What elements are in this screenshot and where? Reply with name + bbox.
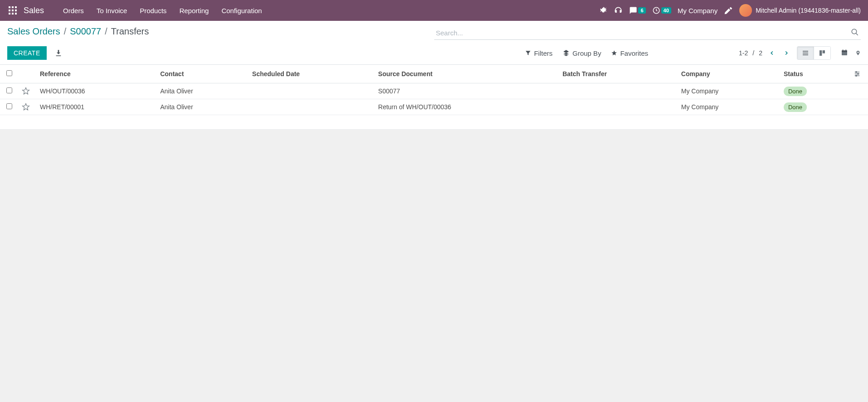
- row-checkbox-cell: [0, 83, 18, 99]
- nav-to-invoice[interactable]: To Invoice: [90, 0, 134, 21]
- cell-status: Done: [780, 83, 850, 99]
- map-view-icon[interactable]: [855, 49, 861, 57]
- cell-reference: WH/RET/00001: [36, 99, 156, 115]
- star-icon[interactable]: [18, 99, 36, 115]
- svg-rect-2: [15, 6, 17, 8]
- row-checkbox-cell: [0, 99, 18, 115]
- search-input[interactable]: [434, 26, 861, 40]
- navbar-right: 6 40 My Company Mitchell Admin (19441836…: [599, 4, 861, 17]
- col-contact[interactable]: Contact: [156, 65, 248, 83]
- breadcrumb-sales-orders[interactable]: Sales Orders: [7, 26, 60, 37]
- svg-rect-18: [842, 50, 847, 52]
- company-selector[interactable]: My Company: [678, 7, 718, 15]
- pager-sep: /: [752, 49, 754, 57]
- pager: 1-2 / 2: [739, 48, 791, 58]
- search-options: Filters Group By Favorites: [525, 49, 648, 57]
- col-source-document[interactable]: Source Document: [374, 65, 559, 83]
- table-footer-spacer: [0, 115, 868, 130]
- row-trailing-cell: [850, 99, 868, 115]
- star-icon[interactable]: [18, 83, 36, 99]
- download-icon[interactable]: [55, 49, 62, 57]
- svg-line-11: [856, 33, 858, 35]
- group-by-button[interactable]: Group By: [563, 49, 601, 57]
- pager-and-views: 1-2 / 2: [739, 46, 861, 60]
- svg-rect-1: [12, 6, 14, 8]
- breadcrumb-order[interactable]: S00077: [70, 26, 101, 37]
- status-badge: Done: [784, 87, 807, 96]
- control-panel: Sales Orders / S00077 / Transfers CREATE…: [0, 21, 868, 65]
- pager-range[interactable]: 1-2: [739, 49, 748, 57]
- col-batch-transfer[interactable]: Batch Transfer: [559, 65, 678, 83]
- svg-point-24: [858, 73, 859, 75]
- cell-contact: Anita Oliver: [156, 83, 248, 99]
- extra-views: [841, 49, 861, 57]
- col-status[interactable]: Status: [780, 65, 850, 83]
- breadcrumb-separator: /: [105, 26, 107, 37]
- messages-icon[interactable]: 6: [629, 6, 645, 15]
- svg-point-26: [856, 75, 857, 77]
- col-company[interactable]: Company: [678, 65, 780, 83]
- filters-button[interactable]: Filters: [525, 49, 553, 57]
- svg-point-22: [856, 72, 857, 73]
- control-panel-bottom: CREATE Filters Group By Favorites 1-2 /: [7, 46, 861, 64]
- cell-reference: WH/OUT/00036: [36, 83, 156, 99]
- favorites-label: Favorites: [620, 49, 648, 57]
- create-button[interactable]: CREATE: [7, 46, 47, 60]
- kanban-view-icon[interactable]: [814, 47, 830, 59]
- control-panel-top: Sales Orders / S00077 / Transfers: [7, 26, 861, 40]
- row-checkbox[interactable]: [6, 87, 12, 93]
- list-view-icon[interactable]: [797, 47, 814, 59]
- table-row[interactable]: WH/OUT/00036 Anita Oliver S00077 My Comp…: [0, 83, 868, 99]
- activities-badge: 40: [661, 7, 671, 14]
- nav-orders[interactable]: Orders: [57, 0, 90, 21]
- svg-point-10: [852, 29, 857, 34]
- group-by-label: Group By: [572, 49, 601, 57]
- apps-icon[interactable]: [7, 5, 18, 16]
- user-name: Mitchell Admin (19441836-master-all): [756, 7, 861, 14]
- row-checkbox[interactable]: [6, 103, 12, 109]
- nav-products[interactable]: Products: [133, 0, 173, 21]
- svg-rect-0: [9, 6, 10, 8]
- cell-contact: Anita Oliver: [156, 99, 248, 115]
- svg-rect-6: [9, 13, 10, 15]
- activities-icon[interactable]: 40: [652, 6, 671, 15]
- cell-batch-transfer: [559, 99, 678, 115]
- cell-source-document: Return of WH/OUT/00036: [374, 99, 559, 115]
- filters-label: Filters: [534, 49, 553, 57]
- nav-reporting[interactable]: Reporting: [173, 0, 215, 21]
- breadcrumb-separator: /: [64, 26, 67, 37]
- user-menu[interactable]: Mitchell Admin (19441836-master-all): [739, 4, 861, 17]
- view-switcher: [797, 46, 831, 60]
- app-brand[interactable]: Sales: [24, 6, 44, 15]
- priority-header: [18, 65, 36, 83]
- optional-columns-toggle[interactable]: [850, 65, 868, 83]
- svg-rect-3: [9, 10, 10, 11]
- nav-configuration[interactable]: Configuration: [215, 0, 268, 21]
- top-navbar: Sales Orders To Invoice Products Reporti…: [0, 0, 868, 21]
- cell-company: My Company: [678, 83, 780, 99]
- pager-next-icon[interactable]: [781, 48, 791, 58]
- svg-rect-4: [12, 10, 14, 11]
- search-container: [434, 26, 861, 40]
- favorites-button[interactable]: Favorites: [611, 49, 648, 57]
- col-reference[interactable]: Reference: [36, 65, 156, 83]
- breadcrumb: Sales Orders / S00077 / Transfers: [7, 26, 149, 37]
- settings-icon[interactable]: [724, 6, 733, 15]
- cell-scheduled-date: [248, 99, 374, 115]
- select-all-header: [0, 65, 18, 83]
- cell-batch-transfer: [559, 83, 678, 99]
- col-scheduled-date[interactable]: Scheduled Date: [248, 65, 374, 83]
- cell-status: Done: [780, 99, 850, 115]
- messages-badge: 6: [638, 7, 645, 14]
- pager-total: 2: [759, 49, 762, 57]
- debug-icon[interactable]: [599, 6, 607, 15]
- pager-prev-icon[interactable]: [767, 48, 777, 58]
- cell-company: My Company: [678, 99, 780, 115]
- cell-scheduled-date: [248, 83, 374, 99]
- calendar-view-icon[interactable]: [841, 49, 848, 57]
- search-icon[interactable]: [851, 28, 859, 36]
- table-row[interactable]: WH/RET/00001 Anita Oliver Return of WH/O…: [0, 99, 868, 115]
- select-all-checkbox[interactable]: [6, 70, 12, 76]
- voip-icon[interactable]: [614, 6, 623, 15]
- svg-rect-5: [15, 10, 17, 11]
